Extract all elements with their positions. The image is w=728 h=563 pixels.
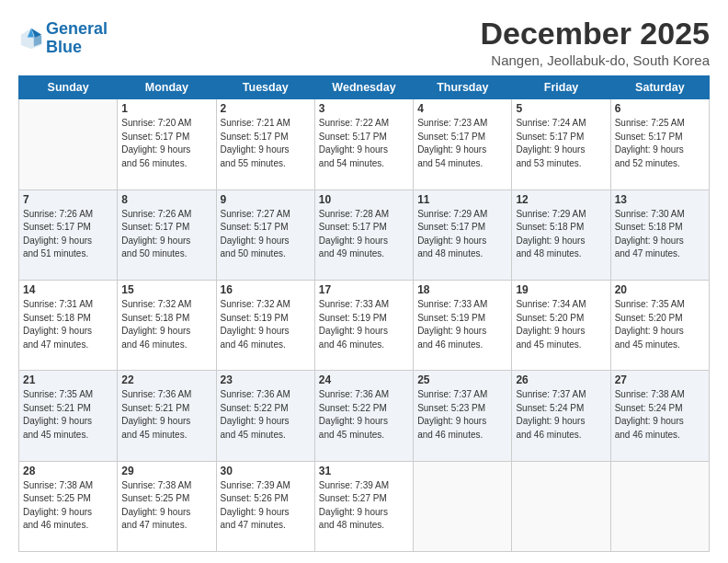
day-number: 11 [417, 193, 507, 206]
cell-info: Sunrise: 7:38 AM Sunset: 5:24 PM Dayligh… [615, 388, 705, 442]
cell-info: Sunrise: 7:30 AM Sunset: 5:18 PM Dayligh… [615, 208, 705, 261]
cell-info: Sunrise: 7:31 AM Sunset: 5:18 PM Dayligh… [23, 298, 113, 351]
day-number: 1 [121, 102, 211, 115]
day-number: 4 [417, 102, 507, 115]
calendar-table: SundayMondayTuesdayWednesdayThursdayFrid… [18, 75, 710, 552]
cell-info: Sunrise: 7:33 AM Sunset: 5:19 PM Dayligh… [417, 298, 507, 351]
day-number: 2 [221, 102, 311, 115]
calendar-cell: 24Sunrise: 7:36 AM Sunset: 5:22 PM Dayli… [314, 371, 413, 461]
cell-info: Sunrise: 7:24 AM Sunset: 5:17 PM Dayligh… [516, 117, 606, 170]
day-number: 10 [319, 193, 409, 206]
col-header-saturday: Saturday [610, 76, 709, 99]
cell-info: Sunrise: 7:21 AM Sunset: 5:17 PM Dayligh… [221, 117, 311, 170]
title-block: December 2025 Nangen, Jeollabuk-do, Sout… [480, 17, 710, 68]
cell-info: Sunrise: 7:29 AM Sunset: 5:18 PM Dayligh… [516, 208, 606, 261]
calendar-cell: 12Sunrise: 7:29 AM Sunset: 5:18 PM Dayli… [512, 190, 610, 280]
day-number: 8 [121, 193, 211, 206]
cell-info: Sunrise: 7:36 AM Sunset: 5:22 PM Dayligh… [221, 388, 311, 442]
calendar-week-1: 1Sunrise: 7:20 AM Sunset: 5:17 PM Daylig… [19, 99, 710, 190]
location: Nangen, Jeollabuk-do, South Korea [480, 52, 710, 68]
calendar-cell: 15Sunrise: 7:32 AM Sunset: 5:18 PM Dayli… [118, 281, 216, 371]
calendar-cell: 31Sunrise: 7:39 AM Sunset: 5:27 PM Dayli… [314, 461, 413, 551]
calendar-cell: 22Sunrise: 7:36 AM Sunset: 5:21 PM Dayli… [118, 371, 216, 461]
day-number: 3 [319, 102, 409, 115]
cell-info: Sunrise: 7:27 AM Sunset: 5:17 PM Dayligh… [221, 208, 311, 261]
day-number: 13 [615, 193, 705, 206]
cell-info: Sunrise: 7:20 AM Sunset: 5:17 PM Dayligh… [121, 117, 211, 170]
logo-text: General Blue [46, 20, 108, 57]
day-number: 5 [516, 102, 606, 115]
calendar-cell: 21Sunrise: 7:35 AM Sunset: 5:21 PM Dayli… [19, 371, 118, 461]
calendar-cell: 16Sunrise: 7:32 AM Sunset: 5:19 PM Dayli… [216, 281, 314, 371]
calendar-cell: 20Sunrise: 7:35 AM Sunset: 5:20 PM Dayli… [610, 281, 709, 371]
calendar-cell [19, 99, 118, 190]
header: General Blue December 2025 Nangen, Jeoll… [18, 17, 710, 68]
day-number: 21 [23, 373, 113, 386]
cell-info: Sunrise: 7:37 AM Sunset: 5:24 PM Dayligh… [516, 388, 606, 442]
day-number: 26 [516, 373, 606, 386]
day-number: 19 [516, 283, 606, 296]
calendar-week-3: 14Sunrise: 7:31 AM Sunset: 5:18 PM Dayli… [19, 281, 710, 371]
calendar-cell: 2Sunrise: 7:21 AM Sunset: 5:17 PM Daylig… [216, 99, 314, 190]
calendar-cell: 6Sunrise: 7:25 AM Sunset: 5:17 PM Daylig… [610, 99, 709, 190]
day-number: 31 [319, 465, 409, 477]
cell-info: Sunrise: 7:32 AM Sunset: 5:18 PM Dayligh… [121, 298, 211, 351]
cell-info: Sunrise: 7:39 AM Sunset: 5:26 PM Dayligh… [221, 479, 311, 533]
cell-info: Sunrise: 7:33 AM Sunset: 5:19 PM Dayligh… [319, 298, 409, 351]
col-header-wednesday: Wednesday [314, 76, 413, 99]
calendar-cell: 5Sunrise: 7:24 AM Sunset: 5:17 PM Daylig… [512, 99, 610, 190]
col-header-tuesday: Tuesday [216, 76, 314, 99]
cell-info: Sunrise: 7:26 AM Sunset: 5:17 PM Dayligh… [23, 208, 113, 261]
day-number: 22 [121, 373, 211, 386]
cell-info: Sunrise: 7:25 AM Sunset: 5:17 PM Dayligh… [615, 117, 705, 170]
logo-line2: Blue [46, 38, 82, 56]
calendar-cell: 8Sunrise: 7:26 AM Sunset: 5:17 PM Daylig… [118, 190, 216, 280]
calendar-cell: 18Sunrise: 7:33 AM Sunset: 5:19 PM Dayli… [414, 281, 512, 371]
cell-info: Sunrise: 7:32 AM Sunset: 5:19 PM Dayligh… [221, 298, 311, 351]
calendar-cell: 27Sunrise: 7:38 AM Sunset: 5:24 PM Dayli… [610, 371, 709, 461]
day-number: 16 [221, 283, 311, 296]
col-header-friday: Friday [512, 76, 610, 99]
month-title: December 2025 [480, 17, 710, 51]
calendar-cell: 1Sunrise: 7:20 AM Sunset: 5:17 PM Daylig… [118, 99, 216, 190]
day-number: 20 [615, 283, 705, 296]
calendar-cell: 13Sunrise: 7:30 AM Sunset: 5:18 PM Dayli… [610, 190, 709, 280]
day-number: 6 [615, 102, 705, 115]
calendar-week-4: 21Sunrise: 7:35 AM Sunset: 5:21 PM Dayli… [19, 371, 710, 461]
calendar-cell: 26Sunrise: 7:37 AM Sunset: 5:24 PM Dayli… [512, 371, 610, 461]
cell-info: Sunrise: 7:38 AM Sunset: 5:25 PM Dayligh… [121, 479, 211, 533]
cell-info: Sunrise: 7:36 AM Sunset: 5:21 PM Dayligh… [121, 388, 211, 442]
calendar-header-row: SundayMondayTuesdayWednesdayThursdayFrid… [19, 76, 710, 99]
day-number: 29 [121, 465, 211, 477]
day-number: 17 [319, 283, 409, 296]
calendar-cell: 9Sunrise: 7:27 AM Sunset: 5:17 PM Daylig… [216, 190, 314, 280]
day-number: 24 [319, 373, 409, 386]
calendar-cell: 7Sunrise: 7:26 AM Sunset: 5:17 PM Daylig… [19, 190, 118, 280]
cell-info: Sunrise: 7:22 AM Sunset: 5:17 PM Dayligh… [319, 117, 409, 170]
calendar-cell: 25Sunrise: 7:37 AM Sunset: 5:23 PM Dayli… [414, 371, 512, 461]
day-number: 18 [417, 283, 507, 296]
day-number: 28 [23, 465, 113, 477]
cell-info: Sunrise: 7:26 AM Sunset: 5:17 PM Dayligh… [121, 208, 211, 261]
col-header-thursday: Thursday [414, 76, 512, 99]
cell-info: Sunrise: 7:37 AM Sunset: 5:23 PM Dayligh… [417, 388, 507, 442]
day-number: 9 [221, 193, 311, 206]
cell-info: Sunrise: 7:35 AM Sunset: 5:20 PM Dayligh… [615, 298, 705, 351]
calendar-cell: 30Sunrise: 7:39 AM Sunset: 5:26 PM Dayli… [216, 461, 314, 551]
cell-info: Sunrise: 7:34 AM Sunset: 5:20 PM Dayligh… [516, 298, 606, 351]
calendar-cell: 29Sunrise: 7:38 AM Sunset: 5:25 PM Dayli… [118, 461, 216, 551]
day-number: 25 [417, 373, 507, 386]
logo-icon [18, 26, 44, 52]
calendar-cell: 17Sunrise: 7:33 AM Sunset: 5:19 PM Dayli… [314, 281, 413, 371]
calendar-cell: 23Sunrise: 7:36 AM Sunset: 5:22 PM Dayli… [216, 371, 314, 461]
logo-line1: General [46, 19, 108, 38]
calendar-week-5: 28Sunrise: 7:38 AM Sunset: 5:25 PM Dayli… [19, 461, 710, 551]
calendar-cell: 10Sunrise: 7:28 AM Sunset: 5:17 PM Dayli… [314, 190, 413, 280]
day-number: 14 [23, 283, 113, 296]
logo: General Blue [18, 20, 108, 57]
day-number: 12 [516, 193, 606, 206]
col-header-monday: Monday [118, 76, 216, 99]
calendar-week-2: 7Sunrise: 7:26 AM Sunset: 5:17 PM Daylig… [19, 190, 710, 280]
cell-info: Sunrise: 7:23 AM Sunset: 5:17 PM Dayligh… [417, 117, 507, 170]
calendar-cell: 11Sunrise: 7:29 AM Sunset: 5:17 PM Dayli… [414, 190, 512, 280]
